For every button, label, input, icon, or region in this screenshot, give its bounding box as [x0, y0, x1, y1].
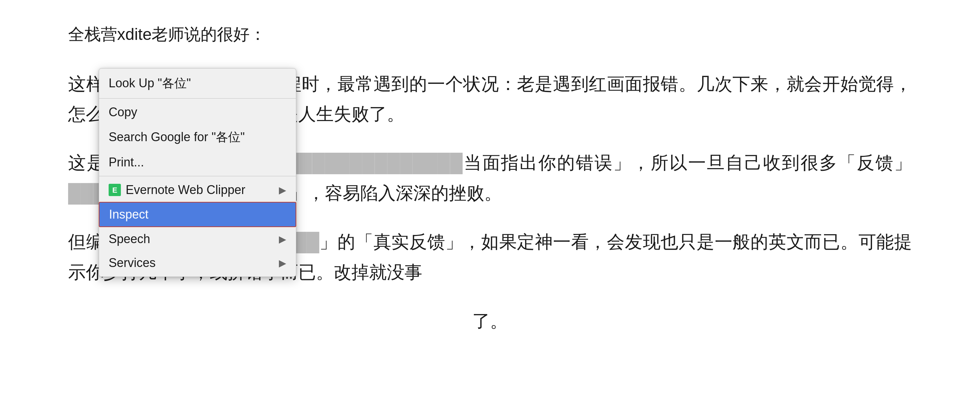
svg-text:E: E	[112, 186, 118, 194]
menu-item-copy-label: Copy	[109, 105, 137, 119]
menu-item-services[interactable]: Services ▶	[99, 251, 296, 275]
menu-item-search-google-label: Search Google for "各位"	[109, 129, 245, 145]
last-line: 了。	[68, 306, 912, 336]
page-header: 全栈营xdite老师说的很好：	[68, 21, 912, 48]
menu-item-lookup-label: Look Up "各位"	[109, 75, 191, 92]
menu-item-speech[interactable]: Speech ▶	[99, 227, 296, 251]
evernote-left: E Evernote Web Clipper	[109, 183, 245, 197]
menu-item-inspect[interactable]: Inspect	[99, 202, 296, 227]
menu-item-inspect-label: Inspect	[109, 207, 148, 222]
menu-item-search-google[interactable]: Search Google for "各位"	[99, 124, 296, 150]
services-arrow-icon: ▶	[279, 257, 286, 269]
evernote-icon: E	[109, 184, 121, 196]
context-menu: Look Up "各位" Copy Search Google for "各位"…	[99, 68, 296, 277]
menu-item-services-label: Services	[109, 256, 156, 270]
menu-divider-2	[99, 176, 296, 176]
menu-item-lookup[interactable]: Look Up "各位"	[99, 70, 296, 96]
speech-arrow-icon: ▶	[279, 233, 286, 245]
evernote-svg: E	[109, 184, 121, 196]
menu-item-speech-label: Speech	[109, 232, 150, 246]
menu-item-copy[interactable]: Copy	[99, 100, 296, 124]
menu-item-print[interactable]: Print...	[99, 150, 296, 174]
menu-item-evernote-label: Evernote Web Clipper	[126, 183, 245, 197]
evernote-arrow-icon: ▶	[279, 184, 286, 196]
menu-divider-1	[99, 98, 296, 99]
menu-item-print-label: Print...	[109, 155, 144, 169]
menu-item-evernote[interactable]: E Evernote Web Clipper ▶	[99, 178, 296, 202]
last-line-text: 了。	[472, 311, 508, 331]
evernote-row: E Evernote Web Clipper ▶	[109, 183, 286, 197]
